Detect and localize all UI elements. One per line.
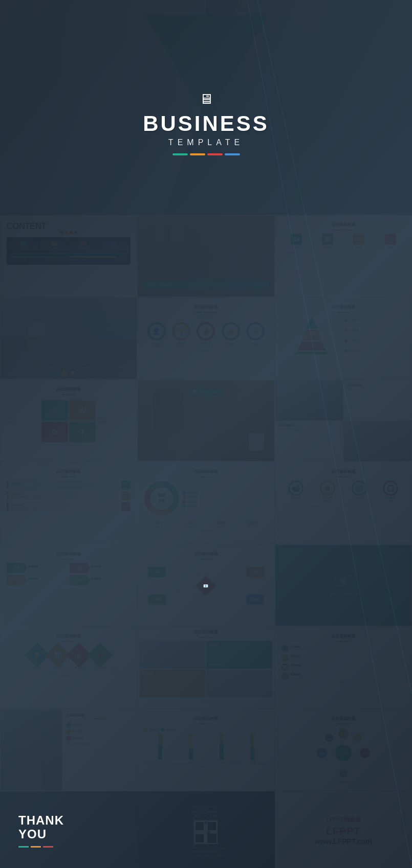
cover-content: 🖥 BUSINESS TEMPLATE bbox=[143, 90, 269, 155]
ty-dot-1 bbox=[18, 846, 29, 848]
bottom-row: THANK YOU 搜索：www.lfppt.com 微信扫一扫，PPT没烦恼 … bbox=[0, 791, 412, 868]
color-bar-blue bbox=[225, 153, 240, 155]
ty-dot-3 bbox=[43, 846, 53, 848]
thank-you-slide: THANK YOU bbox=[0, 791, 137, 868]
ty-dots bbox=[18, 846, 64, 848]
cover-title: BUSINESS bbox=[143, 111, 269, 136]
ty-text-2: YOU bbox=[18, 828, 64, 841]
color-bar-teal bbox=[172, 153, 188, 155]
color-bar-orange bbox=[190, 153, 205, 155]
ty-dot-2 bbox=[31, 846, 41, 848]
flow-center-icon: 📧 bbox=[203, 584, 208, 588]
cover-icon: 🖥 bbox=[143, 90, 269, 107]
ty-content: THANK YOU bbox=[10, 804, 72, 858]
ty-text-1: THANK bbox=[18, 814, 64, 827]
svg-line-36 bbox=[247, 0, 412, 868]
ty-deco bbox=[247, 0, 412, 868]
ty-deco-svg bbox=[247, 0, 412, 868]
cover-subtitle: TEMPLATE bbox=[143, 138, 269, 147]
color-bar-red bbox=[207, 153, 223, 155]
cover-color-bars bbox=[143, 153, 269, 155]
svg-line-37 bbox=[257, 0, 412, 694]
